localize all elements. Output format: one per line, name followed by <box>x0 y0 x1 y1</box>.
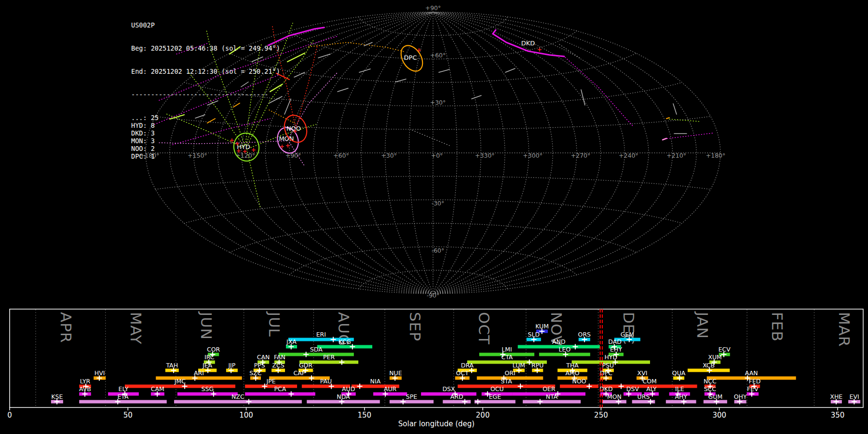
shower-label-ALY: ALY <box>646 385 657 393</box>
shower-bar-SDA <box>279 353 354 356</box>
longitude-label: +330° <box>475 152 495 159</box>
shower-label-NOO: NOO <box>572 378 586 385</box>
shower-label-XCB: XCB <box>703 362 715 369</box>
shower-peak-cross-NIA <box>357 384 363 389</box>
meteor-trace <box>309 42 404 52</box>
radiant-map-and-timeline-plot: +90°-90°+60°+30°-30°-60°+180°+150°+120°+… <box>0 0 868 434</box>
month-label-SEP: SEP <box>407 312 424 341</box>
shower-label-NTA: NTA <box>546 393 558 400</box>
month-label-OCT: OCT <box>475 312 493 345</box>
shower-label-OER: OER <box>542 385 556 393</box>
end-time: End: 20251202 12:12:30 (sol = 250.21°) <box>131 68 280 75</box>
shower-label-ECV: ECV <box>719 346 731 353</box>
shower-bar-JMC <box>125 385 235 388</box>
longitude-label: +30° <box>381 152 397 159</box>
shower-label-SDA: SDA <box>310 346 323 353</box>
longitude-label: +210° <box>666 152 686 159</box>
count-line: ...: 25 <box>131 114 280 122</box>
shower-bar-PCA <box>245 393 315 396</box>
shower-label-GUM: GUM <box>708 393 723 400</box>
count-line: DPC: 1 <box>131 152 280 160</box>
shower-label-URS: URS <box>637 393 650 400</box>
shower-peak-cross-ERI <box>331 337 336 342</box>
count-line: MON: 3 <box>131 137 280 145</box>
latitude-label: -30° <box>432 200 445 207</box>
shower-label-FEV: FEV <box>747 385 759 393</box>
count-line: HYD: 8 <box>131 122 280 129</box>
longitude-label: +270° <box>571 152 591 159</box>
shower-label-OHY: OHY <box>734 393 747 400</box>
shower-label-DSX: DSX <box>442 385 455 393</box>
radiant-label-DKD: DKD <box>521 40 535 47</box>
shower-label-KCG: KCG <box>339 338 351 345</box>
shower-peak-cross-STA <box>518 384 523 389</box>
x-axis-tick-label: 250 <box>594 411 608 420</box>
shower-label-CTA: CTA <box>501 353 513 361</box>
shower-label-NZC: NZC <box>231 393 244 400</box>
longitude-label: +0° <box>431 152 443 159</box>
shower-label-XUM: XUM <box>708 353 722 361</box>
shower-bar-MON <box>602 400 626 404</box>
shower-label-LYR: LYR <box>80 378 91 385</box>
x-axis-tick-label: 200 <box>476 411 490 420</box>
shower-bar-AUR <box>373 393 407 396</box>
meteor-radiant-app: { "info_panel": { "station": "US002P", "… <box>0 0 868 434</box>
meteor-trace <box>412 130 451 146</box>
shower-label-MON: MON <box>607 393 622 400</box>
shower-peak-cross-NTA <box>537 399 542 405</box>
shower-label-PAU: PAU <box>320 378 332 385</box>
shower-bar-ARI <box>156 377 242 380</box>
x-axis-tick-label: 350 <box>831 411 845 420</box>
shower-label-COR: COR <box>207 346 220 353</box>
shower-bar-NOO <box>560 385 598 388</box>
shower-label-NUE: NUE <box>389 369 402 377</box>
meteor-trace <box>663 138 666 140</box>
shower-label-IRC: IRC <box>204 353 215 361</box>
x-axis-tick-label: 50 <box>123 411 133 420</box>
shower-bar-STA <box>458 385 555 388</box>
meteor-trace <box>666 118 669 119</box>
shower-peak-cross-COM <box>619 384 624 389</box>
month-label-MAR: MAR <box>836 312 853 347</box>
longitude-label: +180° <box>706 152 726 159</box>
shower-label-OCU: OCU <box>490 385 504 393</box>
shower-label-JIP: JIP <box>228 362 235 369</box>
shower-bar-EGE <box>475 400 515 404</box>
shower-bar-SPE <box>390 400 434 404</box>
shower-peak-cross-AND <box>572 344 578 350</box>
longitude-label: +300° <box>523 152 542 159</box>
meteor-trace <box>472 95 481 99</box>
meteor-trace <box>673 104 677 114</box>
shower-label-EGE: EGE <box>489 393 502 400</box>
shower-label-PCA: PCA <box>274 385 286 393</box>
shower-peak-cross-EGE <box>475 399 480 405</box>
shower-label-ETA: ETA <box>117 393 129 400</box>
x-axis-title: Solar longitude (deg) <box>398 420 475 428</box>
month-label-FEB: FEB <box>769 312 786 342</box>
shower-label-JPE: JPE <box>266 378 276 385</box>
shower-label-CAN: CAN <box>257 353 270 361</box>
observation-info-panel: US002P Beg: 20251202 05:46:38 (sol = 249… <box>131 6 280 168</box>
separator-line: ----------------------------------- <box>131 91 280 98</box>
shower-label-QUA: QUA <box>672 369 686 377</box>
shower-label-FAN: FAN <box>274 353 285 361</box>
month-label-MAY: MAY <box>127 312 145 344</box>
x-axis-tick-label: 300 <box>712 411 726 420</box>
shower-label-AAN: AAN <box>745 369 758 377</box>
x-axis-tick-label: 100 <box>239 411 253 420</box>
month-label-JUL: JUL <box>266 311 283 337</box>
shower-bar-AHY <box>666 400 696 404</box>
shower-bar-JPE <box>245 385 297 388</box>
x-axis-tick-label: 0 <box>7 411 12 420</box>
meteor-trace <box>287 53 305 62</box>
shower-peak-cross-SDA <box>303 352 309 357</box>
shower-label-LEO: LEO <box>559 346 571 353</box>
shower-label-ARI: ARI <box>194 369 204 377</box>
latitude-label: -60° <box>432 247 445 254</box>
shower-label-ELY: ELY <box>119 385 129 393</box>
shower-label-JMC: JMC <box>174 378 186 385</box>
shower-bar-ETA <box>79 400 167 404</box>
latitude-label: +30° <box>430 99 446 106</box>
meteor-trace <box>565 57 633 126</box>
shower-bar-NTA <box>523 400 581 404</box>
